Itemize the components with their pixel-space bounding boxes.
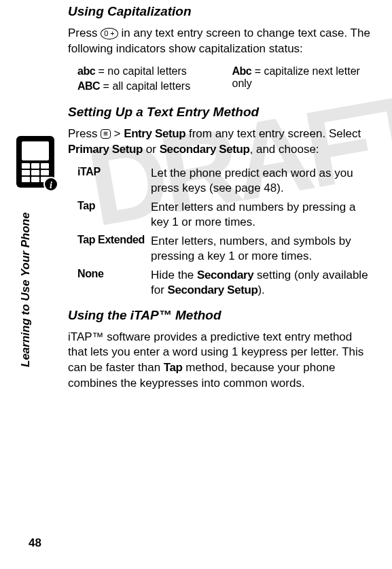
menu-key-icon: ≡	[101, 129, 111, 139]
page-content: Using Capitalization Press 0 + in any te…	[0, 0, 392, 392]
table-row: Tap Extended Enter letters, numbers, and…	[77, 234, 370, 264]
table-row: None Hide the Secondary setting (only av…	[77, 268, 370, 298]
section-heading-itap: Using the iTAP™ Method	[68, 308, 370, 323]
cap-row-Abc: Abc = capitalize next letter only	[232, 65, 371, 90]
section-heading-setup: Setting Up a Text Entry Method	[68, 105, 370, 120]
zero-key-icon: 0 +	[101, 28, 118, 39]
setup-body: Press ≡ > Entry Setup from any text entr…	[68, 126, 370, 158]
entry-methods-table: iTAP Let the phone predict each word as …	[77, 166, 370, 298]
page-number: 48	[29, 536, 41, 550]
cap-row-ABC: ABC = all capital letters	[77, 80, 216, 92]
info-badge-icon: i	[43, 177, 58, 192]
cap-body: Press 0 + in any text entry screen to ch…	[68, 26, 370, 57]
table-row: iTAP Let the phone predict each word as …	[77, 166, 370, 196]
cap-indicator-table: abc = no capital letters ABC = all capit…	[77, 65, 370, 95]
itap-body: iTAP™ software provides a predictive tex…	[68, 330, 370, 392]
cap-row-abc: abc = no capital letters	[77, 65, 216, 77]
phone-icon: i	[16, 136, 54, 188]
table-row: Tap Enter letters and numbers by pressin…	[77, 200, 370, 230]
sidebar: i	[16, 136, 54, 192]
section-heading-capitalization: Using Capitalization	[68, 4, 370, 19]
